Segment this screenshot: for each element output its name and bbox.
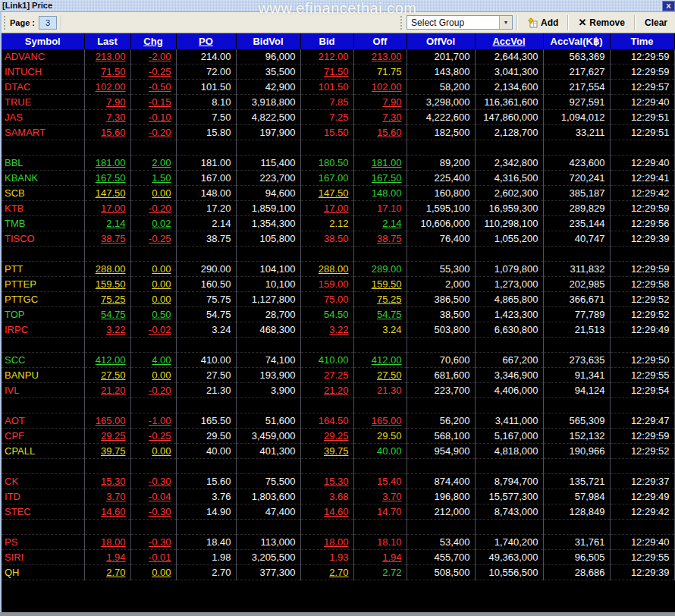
cell-chg: -0.02 [130,322,176,338]
table-row[interactable]: IVL21.20-0.2021.303,90021.2021.30223,700… [2,383,674,398]
table-row[interactable]: BBL181.002.00181.00115,400180.50181.0089… [2,156,674,171]
close-icon[interactable]: X [662,1,675,11]
table-row[interactable]: ITD3.70-0.043.761,803,6003.683.70196,800… [2,489,674,504]
cell-po: 214.00 [176,49,236,64]
cell-po: 38.75 [176,231,236,247]
group-select-dropdown[interactable]: Select Group ▼ [407,15,513,30]
table-row[interactable]: IRPC3.22-0.023.24468,3003.223.24503,8006… [2,322,674,338]
table-row[interactable]: QH2.700.002.70377,3002.702.72508,50010,5… [2,565,674,580]
column-header-bid[interactable]: Bid [300,33,353,49]
cell-last: 27.50 [84,368,130,383]
table-row[interactable]: PTTEP159.500.00160.5010,100159.00159.502… [2,277,674,292]
table-row[interactable]: SAMART15.60-0.2015.80197,90015.5015.6018… [2,125,674,140]
cell-accvol: 1,740,200 [475,535,543,550]
table-row[interactable]: TISCO38.75-0.2538.75105,80038.5038.7576,… [2,231,674,247]
cell-bidvol: 96,000 [236,49,300,64]
table-row[interactable]: JAS7.30-0.107.504,822,5007.257.304,222,6… [2,110,674,125]
table-row[interactable]: PTTGC75.250.0075.751,127,80075.0075.2538… [2,292,674,307]
cell-accval: 33,211 [543,125,610,140]
column-header-bidvol[interactable]: BidVol [236,33,300,49]
cell-last: 159.50 [84,277,130,292]
cell-bid: 1.93 [300,550,353,565]
cell-last: 39.75 [84,444,130,459]
table-row[interactable]: KBANK167.501.50167.00223,700167.00167.50… [2,171,674,186]
add-button[interactable]: Add [522,16,564,30]
gap-cell [84,520,130,535]
cell-bid: 101.50 [300,80,353,95]
cell-off: 148.00 [353,186,407,201]
toolbar-drag-handle[interactable] [400,16,403,30]
cell-po: 2.70 [176,565,236,580]
table-row[interactable]: INTUCH71.50-0.2572.0035,50071.5071.75143… [2,64,674,80]
cell-symbol: TISCO [2,231,84,247]
chevron-down-icon[interactable]: ▼ [499,16,512,29]
cell-time: 12:29:40 [610,535,674,550]
cell-bid: 14.60 [300,504,353,520]
table-row[interactable]: PS18.00-0.3018.40113,00018.0018.1053,400… [2,535,674,550]
column-header-time[interactable]: Time [610,33,674,49]
table-row[interactable]: SCC412.004.00410.0074,100410.00412.0070,… [2,353,674,368]
table-row[interactable]: KTB17.00-0.2017.201,859,10017.0017.101,5… [2,201,674,216]
cell-chg: 0.00 [130,444,176,459]
cell-accvol: 8,743,000 [475,504,543,520]
table-row[interactable]: PTT288.000.00290.00104,100288.00289.0055… [2,262,674,277]
gap-cell [300,140,353,156]
table-row[interactable]: ADVANC213.00-2.00214.0096,000212.00213.0… [2,49,674,64]
gap-cell [84,398,130,413]
table-row[interactable]: BANPU27.500.0027.50193,90027.2527.50681,… [2,368,674,383]
column-header-off[interactable]: Off [353,33,407,49]
cell-bid: 7.25 [300,110,353,125]
cell-accval: 366,671 [543,292,610,307]
cell-bidvol: 3,205,500 [236,550,300,565]
cell-po: 7.50 [176,110,236,125]
group-gap-row [2,459,674,474]
cell-off: 7.90 [353,95,407,110]
cell-po: 8.10 [176,95,236,110]
cell-accvol: 110,298,100 [475,216,543,231]
table-row[interactable]: TMB2.140.022.141,354,3002.122.1410,606,0… [2,216,674,231]
cell-off: 165.00 [353,413,407,429]
cell-time: 12:29:52 [610,444,674,459]
cell-off: 3.70 [353,489,407,504]
table-row[interactable]: SCB147.500.00148.0094,600147.50148.00160… [2,186,674,201]
column-header-chg[interactable]: Chg [130,33,176,49]
clear-button[interactable]: Clear [639,16,673,30]
gap-cell [2,520,84,535]
remove-button[interactable]: ✕ Remove [573,15,630,30]
cell-off: 71.75 [353,64,407,80]
table-row[interactable]: CPF29.25-0.2529.503,459,00029.2529.50568… [2,429,674,444]
table-row[interactable]: CK15.30-0.3015.6075,50015.3015.40874,400… [2,474,674,489]
gap-cell [300,338,353,353]
gap-cell [236,520,300,535]
gap-cell [475,398,543,413]
cell-bidvol: 35,500 [236,64,300,80]
table-row[interactable]: CPALL39.750.0040.00401,30039.7540.00954,… [2,444,674,459]
column-header-last[interactable]: Last [84,33,130,49]
column-header-offvol[interactable]: OffVol [407,33,475,49]
table-row[interactable]: TOP54.750.5054.7528,70054.5054.7538,5001… [2,307,674,322]
table-row[interactable]: TRUE7.90-0.158.103,918,8007.857.903,298,… [2,95,674,110]
page-number-field[interactable]: 3 [39,16,57,30]
title-bar: [Link1] Price [0,0,675,12]
column-header-symbol[interactable]: Symbol [2,33,84,49]
gap-cell [176,398,236,413]
table-row[interactable]: SIRI1.94-0.011.983,205,5001.931.94455,70… [2,550,674,565]
column-header-accval-k-[interactable]: AccVal(K฿) [543,33,610,49]
cell-time: 12:29:49 [610,489,674,504]
cell-accval: 289,829 [543,201,610,216]
cell-chg: -0.50 [130,80,176,95]
gap-cell [176,520,236,535]
gap-cell [2,459,84,474]
table-row[interactable]: DTAC102.00-0.50101.5042,900101.50102.005… [2,80,674,95]
cell-chg: -0.01 [130,550,176,565]
column-header-po[interactable]: PO [176,33,236,49]
table-row[interactable]: AOT165.00-1.00165.5051,600164.50165.0056… [2,413,674,429]
gap-cell [610,398,674,413]
cell-po: 27.50 [176,368,236,383]
cell-po: 15.60 [176,474,236,489]
column-header-accvol[interactable]: AccVol [475,33,543,49]
toolbar-drag-handle[interactable] [4,16,7,30]
table-row[interactable]: STEC14.60-0.3014.9047,40014.6014.70212,0… [2,504,674,520]
group-gap-row [2,398,674,413]
cell-po: 40.00 [176,444,236,459]
